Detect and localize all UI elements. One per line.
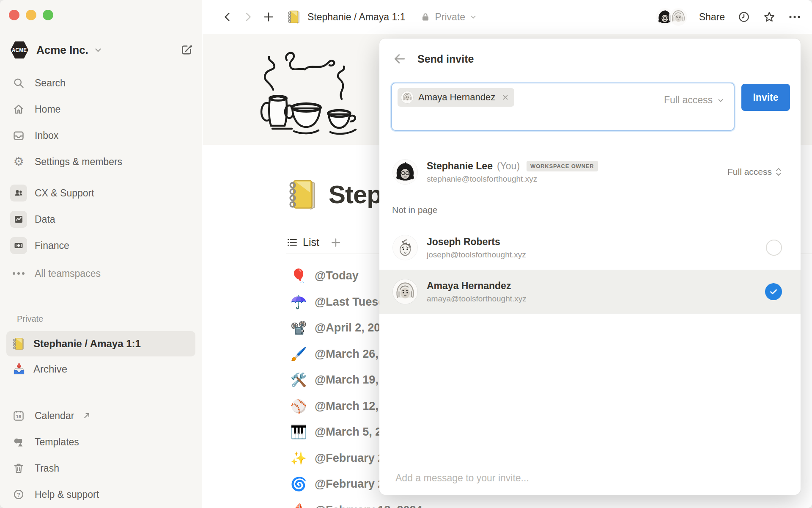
person-name: Amaya Hernandez [427, 280, 527, 292]
chart-icon [10, 211, 27, 228]
invite-button[interactable]: Invite [741, 84, 790, 111]
sidebar: ACME Acme Inc. Search [0, 0, 202, 508]
help-icon: ? [10, 489, 27, 500]
sidebar-item-label: Templates [35, 436, 79, 448]
sidebar-item-trash[interactable]: Trash [0, 455, 202, 481]
sidebar-item-label: Archive [33, 363, 67, 375]
tab-label: List [303, 236, 319, 248]
search-icon [10, 77, 27, 89]
sparkles-emoji: ✨ [289, 450, 308, 466]
back-button[interactable] [222, 11, 233, 22]
sidebar-item-label: Inbox [35, 130, 58, 141]
coffee-cups-doodle [243, 47, 370, 141]
umbrella-emoji: ☂️ [289, 294, 308, 310]
sidebar-item-settings[interactable]: ⚙ Settings & members [0, 149, 202, 175]
sidebar-item-label: Finance [35, 240, 69, 251]
workspace-switcher[interactable]: ACME Acme Inc. [10, 41, 180, 59]
member-email: stephanie@toolsforthought.xyz [427, 174, 598, 184]
invitee-chip[interactable]: Amaya Hernandez [398, 88, 514, 107]
chevron-down-icon [469, 13, 477, 21]
breadcrumb[interactable]: Stephanie / Amaya 1:1 [287, 10, 405, 24]
sidebar-item-search[interactable]: Search [0, 70, 202, 96]
invitee-input[interactable]: Amaya Hernandez Full access [391, 83, 735, 131]
selected-check-icon[interactable] [765, 283, 782, 300]
sidebar-private-items: Stephanie / Amaya 1:1 Archive [0, 331, 202, 382]
forward-button[interactable] [242, 11, 253, 22]
person-email: amaya@toolsforthought.xyz [427, 294, 527, 304]
invite-message-input[interactable]: Add a message to your invite... [395, 472, 529, 484]
sidebar-item-home[interactable]: Home [0, 96, 202, 122]
calendar-icon: 16 [10, 409, 27, 422]
send-invite-modal: Send invite Amaya Hernandez Full access … [379, 39, 801, 495]
sidebar-item-label: CX & Support [35, 188, 94, 199]
member-row-stephanie: Stephanie Lee (You) WORKSPACE OWNER step… [379, 157, 801, 187]
people-icon [10, 185, 27, 202]
person-row-amaya[interactable]: Amaya Hernandez amaya@toolsforthought.xy… [379, 270, 801, 314]
avatar-stephanie [393, 160, 417, 184]
sidebar-item-label: All teamspaces [35, 268, 101, 279]
share-button[interactable]: Share [699, 11, 725, 23]
sidebar-item-archive[interactable]: Archive [6, 356, 195, 382]
sidebar-item-label: Data [35, 214, 55, 225]
notebook-emoji [11, 337, 27, 351]
favorite-star-button[interactable] [763, 11, 776, 23]
list-view-icon [286, 237, 298, 248]
privacy-selector[interactable]: Private [420, 11, 477, 23]
person-row-joseph[interactable]: Joseph Roberts joseph@toolsforthought.xy… [379, 226, 801, 270]
sidebar-item-label: Home [35, 104, 60, 115]
inbox-tray-emoji [11, 362, 27, 376]
sidebar-item-help[interactable]: ? Help & support [0, 481, 202, 508]
avatar-joseph [393, 235, 417, 260]
sidebar-item-all-teamspaces[interactable]: All teamspaces [0, 260, 202, 287]
back-arrow-icon[interactable] [393, 52, 406, 66]
sidebar-item-inbox[interactable]: Inbox [0, 122, 202, 149]
breadcrumb-title: Stephanie / Amaya 1:1 [307, 11, 405, 23]
person-name: Joseph Roberts [427, 236, 526, 248]
modal-title: Send invite [417, 53, 474, 65]
home-icon [10, 103, 27, 115]
notion-window: ACME Acme Inc. Search [0, 0, 812, 508]
add-view-button[interactable] [330, 237, 341, 248]
piano-emoji: 🎹 [289, 424, 308, 440]
close-window-button[interactable] [9, 10, 19, 20]
lock-icon [420, 12, 431, 22]
sidebar-item-cx-support[interactable]: CX & Support [0, 180, 202, 206]
updates-clock-button[interactable] [738, 11, 750, 23]
avatar-amaya [401, 91, 414, 104]
chip-name: Amaya Hernandez [418, 92, 495, 103]
svg-text:?: ? [17, 491, 20, 498]
sidebar-item-data[interactable]: Data [0, 206, 202, 232]
member-you-label: (You) [497, 160, 520, 172]
new-page-button[interactable] [180, 43, 193, 57]
more-options-button[interactable] [788, 15, 801, 19]
sidebar-footer: 16 Calendar Templates Trash [0, 403, 202, 508]
baseball-emoji: ⚾ [289, 398, 308, 414]
sidebar-item-label: Search [35, 77, 66, 89]
minimize-window-button[interactable] [26, 10, 36, 20]
member-access-dropdown[interactable]: Full access [727, 167, 782, 177]
sidebar-item-calendar[interactable]: 16 Calendar [0, 403, 202, 429]
select-person-radio[interactable] [766, 240, 782, 256]
projector-emoji: 📽️ [289, 320, 308, 336]
balloon-emoji: 🎈 [289, 268, 308, 284]
page-viewers[interactable] [655, 7, 688, 27]
gear-icon: ⚙ [10, 156, 27, 168]
page-icon[interactable] [287, 178, 320, 211]
access-level-dropdown[interactable]: Full access [664, 94, 724, 106]
notebook-emoji [287, 10, 302, 24]
tab-list-view[interactable]: List [286, 236, 319, 248]
inbox-icon [10, 130, 27, 141]
sailboat-emoji: ⛵ [289, 502, 308, 508]
sidebar-item-stephanie-amaya[interactable]: Stephanie / Amaya 1:1 [6, 331, 195, 356]
add-page-icon[interactable] [263, 11, 274, 23]
list-item[interactable]: ⛵@February 13, 2024 [289, 497, 812, 508]
member-name: Stephanie Lee [427, 160, 493, 172]
svg-text:16: 16 [16, 414, 22, 419]
sidebar-item-templates[interactable]: Templates [0, 429, 202, 455]
remove-chip-icon[interactable] [502, 94, 509, 101]
workspace-logo: ACME [10, 41, 29, 59]
zoom-window-button[interactable] [43, 10, 53, 20]
sidebar-item-label: Trash [35, 463, 59, 474]
ellipsis-icon [10, 272, 27, 275]
sidebar-item-finance[interactable]: Finance [0, 232, 202, 259]
